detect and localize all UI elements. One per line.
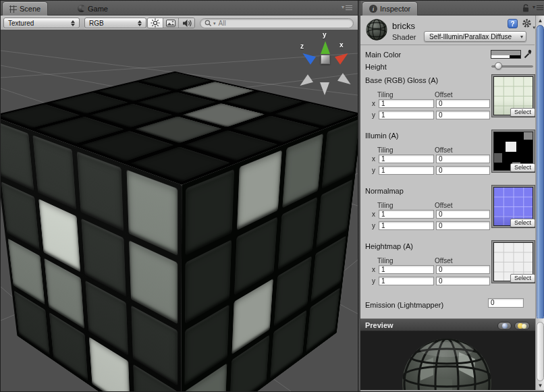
inspector-body: bricks Shader Self-Illumin/Parallax Diff… (360, 16, 544, 318)
cube-tile-right (316, 179, 352, 248)
updown-arrows-icon (71, 20, 75, 26)
offset-y-field[interactable]: 0 (436, 166, 490, 175)
gizmo-minus-y-cone[interactable] (320, 82, 329, 95)
eyedropper-icon[interactable] (523, 48, 532, 59)
scrollbar-thumb[interactable] (537, 25, 544, 320)
tiling-y-field[interactable]: 1 (379, 166, 434, 175)
preview-scrollbar[interactable]: ▼ (535, 318, 544, 390)
tab-game[interactable]: Game (71, 1, 115, 16)
tiling-y-field[interactable]: 1 (379, 277, 434, 285)
search-input[interactable]: ▾ All (200, 18, 354, 28)
tab-inspector[interactable]: i Inspector (362, 1, 418, 16)
color-mode-dropdown[interactable]: RGB (84, 18, 146, 28)
gear-icon (522, 18, 532, 28)
shader-dropdown[interactable]: Self-Illumin/Parallax Diffuse ▾ (424, 31, 526, 42)
preview-title: Preview (365, 321, 393, 329)
tab-scene-label: Scene (20, 5, 40, 13)
select-button[interactable]: Select (510, 108, 535, 117)
sphere-icon (502, 323, 508, 329)
scene-viewport[interactable]: y x z (1, 30, 358, 391)
gizmo-y-label: y (323, 31, 327, 38)
lighting-toggle-button[interactable] (148, 18, 163, 28)
emission-field[interactable]: 0 (488, 298, 524, 308)
unity-window: Scene Game ▾ Textured RGB (0, 0, 544, 392)
map-label: Normalmap (365, 187, 404, 195)
search-icon (205, 20, 212, 27)
gear-menu-button[interactable]: ▾ (522, 18, 534, 29)
light-off-icon (522, 324, 526, 329)
gizmo-center-cube[interactable] (321, 55, 330, 64)
map-label: Base (RGB) Gloss (A) (365, 76, 438, 84)
tiling-y-field[interactable]: 1 (379, 111, 434, 119)
offset-y-field[interactable]: 0 (436, 221, 490, 230)
emission-label: Emission (Lightmapper) (365, 301, 443, 309)
height-slider-knob[interactable] (495, 62, 502, 69)
main-color-swatch[interactable] (491, 50, 521, 59)
scene-pane-menu-icon[interactable]: ▾ (342, 5, 352, 10)
chevron-down-icon: ▾ (520, 34, 523, 40)
main-color-label: Main Color (365, 51, 401, 59)
select-button[interactable]: Select (510, 274, 535, 283)
inspector-scrollbar[interactable]: ▲ (535, 16, 544, 318)
map-section-base-gloss: Base (RGB) Gloss (A) Select Tiling Offse… (360, 75, 544, 130)
tiling-x-field[interactable]: 1 (379, 265, 434, 274)
tiling-header: Tiling (377, 146, 393, 154)
scene-toolbar: Textured RGB (1, 16, 358, 30)
offset-header: Offset (435, 257, 453, 264)
tiling-x-field[interactable]: 1 (379, 210, 434, 219)
y-row-label: y (372, 111, 375, 119)
scrollbar-thumb[interactable] (537, 322, 544, 381)
inspector-pane-menu-icon[interactable]: ▾ (533, 5, 543, 10)
updown-arrows-icon (138, 20, 142, 26)
textured-cube (93, 91, 285, 384)
render-mode-value: Textured (8, 20, 67, 27)
offset-x-field[interactable]: 0 (436, 99, 490, 108)
gizmo-x-label: x (339, 41, 344, 49)
preview-model-button[interactable] (497, 322, 512, 330)
preview-light-toggle[interactable] (514, 322, 530, 330)
help-glyph: ? (510, 20, 514, 28)
scene-grid-icon (9, 5, 17, 13)
tab-scene[interactable]: Scene (2, 1, 48, 16)
help-button[interactable]: ? (508, 19, 518, 28)
tiling-header: Tiling (377, 257, 393, 264)
scroll-up-arrow-icon[interactable]: ▲ (536, 18, 544, 24)
tiling-x-field[interactable]: 1 (379, 99, 434, 108)
inspector-pane: i Inspector ▾ (360, 1, 544, 391)
offset-x-field[interactable]: 0 (436, 265, 490, 274)
info-icon: i (369, 5, 377, 13)
select-button[interactable]: Select (510, 219, 535, 227)
x-row-label: x (372, 266, 375, 273)
preview-header[interactable]: Preview (360, 318, 544, 331)
gizmo-y-axis-cone[interactable] (321, 41, 330, 54)
skybox-toggle-button[interactable] (163, 18, 179, 28)
tiling-header: Tiling (377, 202, 393, 209)
lock-icon[interactable] (522, 4, 530, 13)
audio-toggle-button[interactable] (179, 18, 194, 28)
offset-y-field[interactable]: 0 (436, 111, 490, 119)
shader-dropdown-value: Self-Illumin/Parallax Diffuse (429, 33, 512, 40)
offset-x-field[interactable]: 0 (436, 210, 490, 219)
x-row-label: x (372, 100, 375, 107)
scroll-down-arrow-icon[interactable]: ▼ (536, 383, 544, 389)
offset-header: Offset (435, 202, 453, 209)
offset-x-field[interactable]: 0 (436, 155, 490, 163)
cube-tile-front (1, 121, 34, 191)
material-sphere-icon (365, 18, 388, 41)
x-row-label: x (372, 155, 375, 163)
search-scope-label: All (219, 20, 226, 27)
height-label: Height (365, 63, 387, 71)
offset-header: Offset (435, 91, 453, 99)
offset-y-field[interactable]: 0 (436, 277, 490, 285)
gizmo-x-axis-cone[interactable] (335, 49, 351, 64)
image-icon (166, 20, 175, 27)
shader-label: Shader (392, 33, 416, 41)
tiling-x-field[interactable]: 1 (379, 155, 434, 163)
preview-area[interactable] (360, 331, 544, 390)
gizmo-z-axis-cone[interactable] (300, 49, 316, 64)
cube-tile-front (1, 181, 40, 250)
select-button[interactable]: Select (510, 163, 535, 172)
render-mode-dropdown[interactable]: Textured (3, 18, 80, 28)
tiling-y-field[interactable]: 1 (379, 221, 434, 230)
map-section-normalmap: Normalmap Select Tiling Offset x 1 0 y 1… (360, 186, 544, 241)
